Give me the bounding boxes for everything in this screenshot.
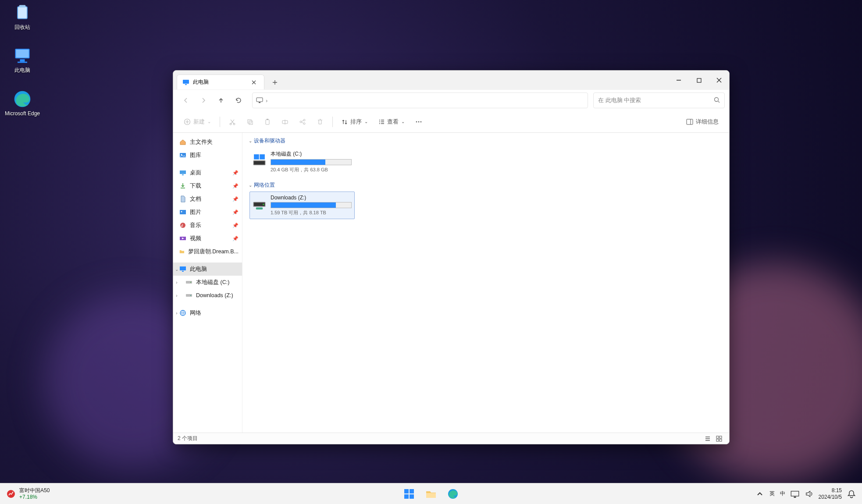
view-button[interactable]: 查看 ⌄ [374, 114, 409, 129]
pin-icon: 📌 [232, 183, 239, 189]
share-icon [299, 118, 306, 125]
sidebar-item-folder-dream[interactable]: 梦回唐朝.Dream.B... [173, 245, 242, 258]
bell-icon [847, 490, 856, 498]
breadcrumb-this-pc[interactable] [256, 97, 263, 104]
sidebar-item-network[interactable]: › 网络 [173, 306, 242, 319]
details-view-button[interactable] [702, 434, 713, 444]
svg-point-23 [303, 123, 305, 124]
arrow-right-icon [200, 97, 207, 104]
rename-button[interactable] [277, 114, 293, 129]
new-label: 新建 [193, 118, 205, 126]
desktop-icon-recycle-bin[interactable]: 回收站 [3, 3, 42, 31]
search-icon [714, 97, 720, 104]
sidebar-item-downloads[interactable]: 下载 📌 [173, 179, 242, 192]
close-button[interactable] [709, 73, 729, 87]
svg-rect-56 [404, 489, 409, 493]
volume-tray-icon[interactable] [805, 490, 813, 498]
main-content[interactable]: ⌄ 设备和驱动器 本地磁盘 (C:) 20.4 GB 可用，共 63.8 GB … [242, 133, 729, 433]
sidebar-item-label: 图库 [190, 152, 201, 159]
taskbar-app-explorer[interactable] [422, 485, 440, 503]
nav-up-button[interactable] [213, 92, 229, 108]
new-icon [184, 118, 191, 125]
svg-rect-57 [410, 489, 414, 493]
command-toolbar: 新建 ⌄ 排序 ⌄ 查看 ⌄ 详细信息 [173, 111, 729, 133]
new-button[interactable]: 新建 ⌄ [179, 114, 215, 129]
drive-item-z[interactable]: Downloads (Z:) 1.59 TB 可用，共 8.18 TB [249, 192, 355, 219]
tray-overflow-button[interactable] [755, 490, 764, 498]
sidebar-item-this-pc[interactable]: ⌄ 此电脑 [173, 263, 242, 276]
new-tab-button[interactable] [267, 76, 283, 89]
pin-icon: 📌 [232, 209, 239, 215]
copy-button[interactable] [242, 114, 258, 129]
toolbar-separator [220, 117, 220, 127]
svg-rect-36 [180, 266, 186, 270]
taskbar-clock[interactable]: 8:15 2024/10/5 [819, 487, 842, 500]
window-tab[interactable]: 此电脑 [177, 75, 264, 89]
svg-rect-52 [720, 436, 722, 438]
sidebar-item-videos[interactable]: 视频 📌 [173, 232, 242, 245]
share-button[interactable] [295, 114, 310, 129]
network-tray-icon[interactable] [791, 490, 799, 498]
details-pane-icon [686, 118, 693, 125]
sidebar-item-drive-c[interactable]: › 本地磁盘 (C:) [173, 276, 242, 289]
close-icon [716, 78, 722, 83]
this-pc-icon [256, 97, 263, 104]
group-label: 网络位置 [254, 181, 275, 189]
stock-name: 富时中国A50 [19, 487, 50, 493]
edge-icon [13, 89, 32, 109]
nav-back-button[interactable] [178, 92, 194, 108]
delete-button[interactable] [312, 114, 328, 129]
refresh-button[interactable] [230, 92, 247, 108]
system-tray[interactable]: 英 中 8:15 2024/10/5 [755, 487, 862, 500]
desktop-folder-icon [179, 169, 186, 176]
sidebar-item-music[interactable]: 音乐 📌 [173, 219, 242, 232]
chevron-right-icon[interactable]: › [174, 293, 179, 298]
desktop-icon-edge[interactable]: Microsoft Edge [3, 89, 42, 117]
group-header-devices[interactable]: ⌄ 设备和驱动器 [246, 135, 726, 147]
start-button[interactable] [400, 485, 418, 503]
taskbar-app-edge[interactable] [444, 485, 462, 503]
maximize-icon [697, 78, 702, 83]
chevron-right-icon: › [266, 97, 267, 104]
ime-mode[interactable]: 中 [780, 490, 785, 497]
notifications-button[interactable] [847, 490, 856, 498]
group-header-network[interactable]: ⌄ 网络位置 [246, 180, 726, 192]
chevron-down-icon: ⌄ [401, 119, 405, 124]
ime-language[interactable]: 英 [769, 490, 775, 497]
sidebar-item-desktop[interactable]: 桌面 📌 [173, 166, 242, 179]
address-bar[interactable]: › [252, 92, 588, 108]
cut-button[interactable] [224, 114, 240, 129]
sidebar-item-label: 此电脑 [190, 266, 207, 273]
paste-button[interactable] [260, 114, 275, 129]
taskbar-widgets[interactable]: 富时中国A50 +7.18% [0, 487, 50, 500]
chevron-down-icon[interactable]: ⌄ [174, 267, 179, 272]
sort-button[interactable]: 排序 ⌄ [337, 114, 372, 129]
tab-close-button[interactable] [249, 78, 259, 87]
sidebar-item-label: Downloads (Z:) [196, 292, 233, 298]
chevron-right-icon[interactable]: › [174, 280, 179, 285]
search-box[interactable]: 在 此电脑 中搜索 [593, 92, 725, 108]
svg-rect-19 [267, 119, 268, 120]
sidebar-item-drive-z[interactable]: › Downloads (Z:) [173, 289, 242, 302]
tiles-view-button[interactable] [713, 434, 725, 444]
clock-time: 8:15 [819, 487, 842, 494]
taskbar[interactable]: 富时中国A50 +7.18% 英 中 8:15 2024/10/5 [0, 483, 862, 504]
drive-item-c[interactable]: 本地磁盘 (C:) 20.4 GB 可用，共 63.8 GB [249, 147, 355, 176]
pin-icon: 📌 [232, 196, 239, 202]
sidebar-item-documents[interactable]: 文档 📌 [173, 192, 242, 206]
sort-label: 排序 [350, 118, 362, 126]
chevron-right-icon[interactable]: › [174, 311, 179, 316]
nav-forward-button[interactable] [195, 92, 212, 108]
more-button[interactable] [411, 114, 427, 129]
sidebar-item-home[interactable]: 主文件夹 [173, 135, 242, 149]
maximize-button[interactable] [689, 73, 709, 87]
chevron-up-icon [755, 490, 764, 498]
minimize-button[interactable] [669, 73, 689, 87]
svg-rect-53 [716, 439, 719, 441]
sidebar-item-gallery[interactable]: 图库 [173, 149, 242, 162]
sidebar-item-pictures[interactable]: 图片 📌 [173, 206, 242, 219]
desktop-icon-this-pc[interactable]: 此电脑 [3, 46, 42, 74]
details-pane-button[interactable]: 详细信息 [682, 114, 723, 129]
sidebar-item-label: 下载 [190, 182, 201, 190]
title-bar[interactable]: 此电脑 [173, 71, 729, 90]
